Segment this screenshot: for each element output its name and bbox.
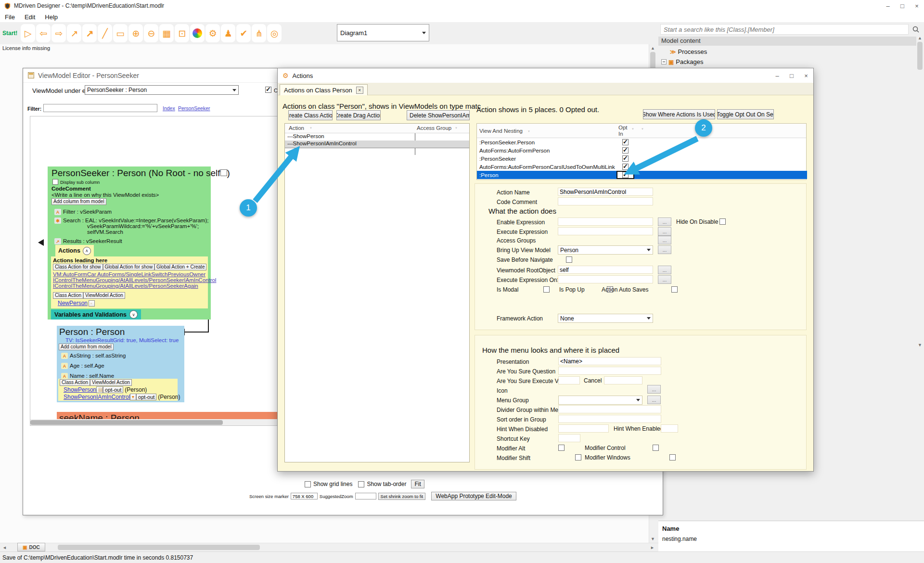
divider-group-input[interactable] xyxy=(558,405,661,413)
bring-up-view-model-select[interactable]: Person xyxy=(558,245,653,255)
column-view-and-nesting[interactable]: View And Nesting xyxy=(479,128,523,134)
action-link-autoformcar[interactable]: VM:AutoFormCar AutoForms/SingleLinkSwitc… xyxy=(53,271,206,277)
modifier-alt-checkbox[interactable] xyxy=(558,445,565,451)
action-link-again[interactable]: IControlTheMenuGrouping/AtAllLevels/Pers… xyxy=(53,283,206,289)
variables-validations-bar[interactable]: Variables and Validations ∨ xyxy=(51,309,141,320)
enable-expression-input[interactable] xyxy=(558,218,653,226)
menu-group-ellipsis-button[interactable]: ... xyxy=(647,396,661,404)
index-link[interactable]: Index xyxy=(163,105,175,111)
newperson-link[interactable]: NewPerson xyxy=(58,300,88,307)
action-auto-saves-checkbox[interactable] xyxy=(671,286,678,293)
viewmodel-class-blue[interactable]: Person : Person TV: IsSeekerResultGrid: … xyxy=(57,326,184,402)
execute-expression-input[interactable] xyxy=(558,227,653,235)
viewmodel-action-button[interactable]: ViewModel Action xyxy=(83,292,125,299)
filter-icon[interactable]: ▼ xyxy=(527,130,530,133)
hint-when-disabled-input[interactable] xyxy=(558,424,609,433)
action-name-input[interactable] xyxy=(558,188,653,196)
viewmodel-class-green[interactable]: PersonSeeker : Person (No Root - no self… xyxy=(48,166,211,320)
presentation-input[interactable] xyxy=(558,357,661,365)
sidebar-item-packages[interactable]: ▣ Packages xyxy=(661,57,703,66)
screen-size-input[interactable] xyxy=(291,493,318,499)
column-row-search[interactable]: ✱ Search : EAL: vSeekIntValue:=Integer.P… xyxy=(54,218,208,235)
action-row-showpersoniamincontrol[interactable]: ---ShowPersonIAmInControl xyxy=(285,141,469,148)
sidebar-item-processes[interactable]: ≫ Processes xyxy=(670,47,707,56)
filter-icon[interactable]: ▼ xyxy=(641,128,644,130)
autoform-window-icon[interactable]: ▦ xyxy=(159,24,174,42)
column-row-filter[interactable]: A Filter : vSeekParam xyxy=(54,209,112,215)
delete-action-button[interactable]: Delete ShowPersonIAmInControl xyxy=(407,110,470,120)
add-column-button[interactable]: Add column from model xyxy=(51,198,106,205)
opt-in-checkbox[interactable] xyxy=(622,172,629,178)
hscroll-thumb[interactable] xyxy=(58,545,260,550)
menu-file[interactable]: File xyxy=(0,13,20,22)
scroll-down-icon[interactable]: ▼ xyxy=(916,343,924,347)
modifier-shift-checkbox[interactable] xyxy=(575,454,581,461)
forward-arrow-icon[interactable]: ⇨ xyxy=(51,24,66,42)
codecomment-hint[interactable]: <Write a line on why this ViewModel exis… xyxy=(51,192,159,198)
collapse-circle-icon[interactable]: ∧ xyxy=(83,247,91,255)
actions-tab[interactable]: Actions ∧ xyxy=(55,245,94,256)
column-opt-in-2[interactable]: In xyxy=(618,131,623,137)
bottom-hscrollbar[interactable]: ◄ ► ▣ DOC xyxy=(0,543,658,551)
nesting-row[interactable]: AutoForms:AutoFormPersonCarsIUsedToOwnMu… xyxy=(477,163,807,171)
show-where-actions-button[interactable]: Show Where Actions Is Used xyxy=(643,109,715,119)
dashed-line-icon[interactable]: ╱ xyxy=(98,24,112,42)
column-action[interactable]: Action xyxy=(289,125,304,131)
class-action-button[interactable]: Class Action xyxy=(60,379,90,386)
opt-in-checkbox[interactable] xyxy=(622,155,629,162)
icon-ellipsis-button[interactable]: ... xyxy=(647,385,661,394)
is-modal-checkbox[interactable] xyxy=(543,286,550,293)
mini-note-icon[interactable]: ▤ xyxy=(96,386,103,393)
maximize-icon[interactable]: □ xyxy=(895,2,910,10)
zoom-out-icon[interactable]: ⊖ xyxy=(144,24,158,42)
column-row-age[interactable]: A Age : self.Age xyxy=(61,363,104,369)
generalization-arrow-icon[interactable]: ↗ xyxy=(82,24,97,42)
minimize-icon[interactable]: – xyxy=(770,72,784,79)
hscroll-thumb[interactable] xyxy=(30,420,223,425)
no-root-checkbox[interactable] xyxy=(220,169,227,176)
webapp-prototype-button[interactable]: WebApp Prototype Edit-Mode xyxy=(431,492,516,500)
onshow-ellipsis-button[interactable]: ... xyxy=(658,275,671,284)
nesting-row[interactable]: :PersonSeeker.Person xyxy=(477,138,807,146)
column-opt-in-1[interactable]: Opt xyxy=(618,125,628,130)
scroll-up-icon[interactable]: ▲ xyxy=(649,46,656,51)
hint-when-enabled-input[interactable] xyxy=(661,424,678,433)
fit-button[interactable]: Fit xyxy=(411,480,424,488)
menu-help[interactable]: Help xyxy=(40,13,63,22)
scroll-right-icon[interactable]: ► xyxy=(649,545,656,550)
opt-in-checkbox[interactable] xyxy=(622,139,629,145)
tree-diagram-icon[interactable]: ⋔ xyxy=(252,24,266,42)
set-shrink-zoom-button[interactable]: Set shrink zoom to fit xyxy=(378,493,426,500)
mini-grid-icon[interactable]: ▫ xyxy=(89,300,95,307)
frame-select-icon[interactable]: ▭ xyxy=(113,24,128,42)
bring-up-ellipsis-button[interactable]: ... xyxy=(658,245,671,254)
filter-input[interactable] xyxy=(43,104,157,112)
play-icon[interactable]: ▷ xyxy=(21,24,35,42)
suggested-zoom-input[interactable] xyxy=(355,493,376,499)
are-you-sure-verb-input[interactable] xyxy=(558,376,580,384)
settings-gears-icon[interactable]: ⚙ xyxy=(205,24,220,42)
color-wheel-icon[interactable] xyxy=(190,24,205,42)
access-person-icon[interactable]: ♟ xyxy=(221,24,235,42)
execute-expression-ellipsis-button[interactable]: ... xyxy=(658,227,671,236)
close-icon[interactable]: × xyxy=(799,72,813,79)
framework-action-select[interactable]: None xyxy=(558,314,653,323)
access-groups-ellipsis-button[interactable]: ... xyxy=(658,236,671,244)
enable-expression-ellipsis-button[interactable]: ... xyxy=(658,218,671,226)
index-target-link[interactable]: PersonSeeker xyxy=(178,105,210,111)
vscroll-thumb[interactable] xyxy=(917,42,923,70)
viewmodel-rootobject-input[interactable] xyxy=(558,266,653,274)
search-icon[interactable] xyxy=(912,26,919,33)
minimize-icon[interactable]: – xyxy=(881,2,895,10)
association-arrow-icon[interactable]: ↗ xyxy=(67,24,81,42)
action-link-iamincontrol[interactable]: IControlTheMenuGrouping/AtAllLevels/Pers… xyxy=(53,277,206,283)
global-action-create-button[interactable]: Global Action + Create xyxy=(154,264,206,270)
mini-dropdown-icon[interactable]: ▾ xyxy=(130,394,136,400)
show-grid-lines-checkbox[interactable] xyxy=(305,481,311,487)
scroll-down-icon[interactable]: ▼ xyxy=(649,537,656,541)
column-access-group[interactable]: Access Group xyxy=(417,125,451,131)
opt-out-button[interactable]: opt-out xyxy=(103,386,123,393)
showpersoniamincontrol-link[interactable]: ShowPersonIAmInControl xyxy=(64,394,130,400)
code-comment-input[interactable] xyxy=(558,197,653,205)
nesting-row-selected[interactable]: :Person xyxy=(477,171,807,179)
